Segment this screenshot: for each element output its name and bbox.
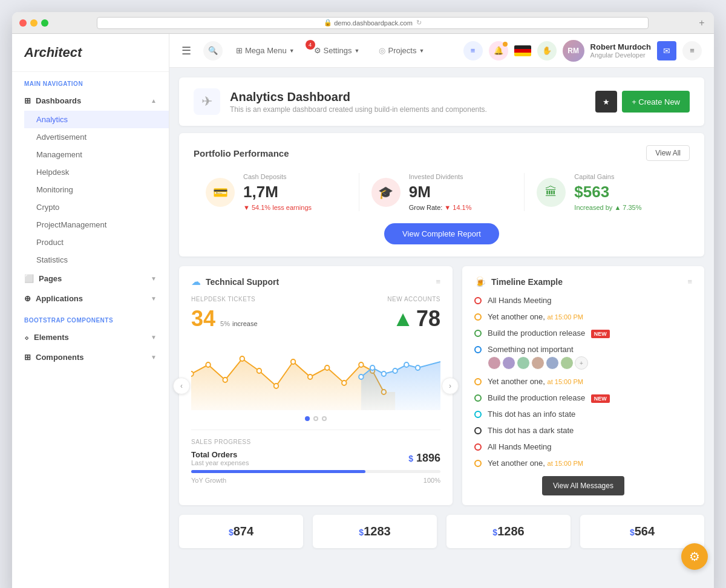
sidebar-item-statistics[interactable]: Statistics [24,251,169,269]
new-accounts-label: NEW ACCOUNTS [316,296,440,302]
url-bar[interactable]: 🔒 demo.dashboardpack.com ↻ [97,17,649,29]
slider-next-button[interactable]: › [442,377,459,394]
timeline-item: Build the production release NEW [474,328,692,338]
sidebar-item-dashboards[interactable]: ⊞ Dashboards ▲ [12,91,169,111]
sidebar-item-pages[interactable]: ⬜ Pages ▼ [12,269,169,289]
avatar-more-button[interactable]: + [575,356,588,370]
dashboards-children: Analytics Advertisement Management Helpd… [12,111,169,269]
settings-gear-button[interactable]: ⚙ [681,543,708,570]
carousel-dot-3[interactable] [322,416,327,421]
page-header-actions: ★ + Create New [595,91,690,113]
dashboard-icon: ⊞ [24,96,31,105]
carousel-dot-1[interactable] [305,416,310,421]
settings-icon: ⚙ [314,46,321,55]
capital-label: Capital Gains [574,173,641,180]
view-all-messages-button[interactable]: View All Messages [542,476,624,495]
sidebar-item-monitoring[interactable]: Monitoring [24,181,169,198]
carousel-dot-2[interactable] [313,416,318,421]
user-info[interactable]: Robert Murdoch Angular Developer [590,42,651,59]
airplane-icon: ✈ [201,94,212,109]
user-avatar[interactable]: RM [563,40,584,62]
sidebar-item-applications[interactable]: ⊕ Applications ▼ [12,289,169,309]
timeline-menu-icon[interactable]: ≡ [687,277,692,286]
up-arrow-icon: ▲ [392,306,414,332]
sidebar-item-projectmanagement[interactable]: ProjectManagement [24,216,169,234]
header: ☰ 🔍 ⊞ Mega Menu ▼ 4 ⚙ Settings ▼ [169,34,714,68]
gesture-button[interactable]: ✋ [537,41,557,60]
cash-icon: 💳 [206,178,235,207]
stat-value-3: $1286 [456,524,561,538]
timeline-item-content: Yet another one, at 15:00 PM [488,377,583,386]
timeline-item-content: Build the production release NEW [488,393,610,402]
timeline-icon: 🍺 [474,276,486,287]
invested-label: Invested Dividents [409,173,472,180]
menu-lines-button[interactable]: ≡ [463,41,483,60]
chart-dot [240,356,244,361]
avatar-1 [488,356,501,370]
window-controls [19,19,48,27]
logo-text: Architect [24,45,82,60]
stat-value-1: $874 [189,524,293,538]
sidebar-item-elements[interactable]: ⬦ Elements ▼ [12,327,169,347]
create-new-button[interactable]: + Create New [622,91,690,113]
minimize-button[interactable] [30,19,38,27]
sidebar-item-crypto[interactable]: Crypto [24,198,169,216]
projects-button[interactable]: ◎ Projects ▼ [373,42,430,59]
helpdesk-tickets: HELPDESK TICKETS 34 5% increase [191,296,316,332]
sidebar-item-components[interactable]: ⊞ Components ▼ [12,347,169,367]
timeline-item: Yet another one, at 15:00 PM [474,459,692,468]
page-icon: ✈ [194,88,220,115]
panels-row: ‹ ☁ Technical Support ≡ HELPDESK TICKETS [179,266,704,505]
settings-button[interactable]: 4 ⚙ Settings ▼ [308,42,366,59]
sidebar-item-analytics[interactable]: Analytics [24,111,169,128]
chart-dot [274,384,278,388]
timeline-item-content: All Hands Meeting [488,442,552,451]
timeline-item-content: Something not important [488,345,588,370]
support-menu-icon[interactable]: ≡ [436,277,440,286]
sidebar: Architect MAIN NAVIGATION ⊞ Dashboards ▲… [12,34,169,588]
portfolio-card: Portfolio Performance View All 💳 Cash De… [179,133,704,256]
bottom-stat-2: $1283 [313,515,437,548]
chart-dot [206,362,210,367]
timeline-item-content: Build the production release NEW [488,328,610,338]
capital-change: Increased by ▲ 7.35% [574,204,641,211]
tickets-number: 34 [191,306,215,332]
view-all-button[interactable]: View All [646,145,690,161]
search-button[interactable]: 🔍 [203,41,223,60]
mac-window: 🔒 demo.dashboardpack.com ↻ + Architect M… [12,12,714,588]
avatar-2 [502,356,515,370]
mega-menu-button[interactable]: ⊞ Mega Menu ▼ [230,42,301,59]
timeline-header: 🍺 Timeline Example ≡ [474,276,692,287]
sidebar-item-helpdesk[interactable]: Helpdesk [24,163,169,181]
search-icon: 🔍 [208,46,218,55]
dot-green [474,394,482,402]
stat-value-4: $564 [590,524,695,538]
view-report-button[interactable]: View Complete Report [384,223,499,244]
chat-button[interactable]: ✉ [657,41,676,60]
hamburger-icon[interactable]: ☰ [182,44,191,57]
chart-dot [308,374,312,379]
language-selector[interactable] [514,45,531,56]
chart-dot [359,362,363,367]
chart-dot-blue [359,374,363,379]
add-tab-button[interactable]: + [697,18,707,28]
sidebar-item-management[interactable]: Management [24,146,169,163]
tickets-increase: 5% increase [220,320,257,327]
sidebar-item-advertisement[interactable]: Advertisement [24,128,169,146]
sidebar-item-product[interactable]: Product [24,234,169,251]
chart-dot [257,368,261,373]
slider-prev-button[interactable]: ‹ [173,377,190,394]
more-menu-button[interactable]: ≡ [682,41,702,60]
timeline-item: Build the production release NEW [474,393,692,402]
bootstrap-label: BOOTSTRAP COMPONENTS [12,309,169,327]
cash-label: Cash Deposits [243,173,312,180]
maximize-button[interactable] [41,19,48,27]
technical-support-card: ‹ ☁ Technical Support ≡ HELPDESK TICKETS [179,266,453,505]
capital-icon: 🏛 [537,178,566,207]
close-button[interactable] [19,19,27,27]
projects-icon: ◎ [379,46,385,55]
star-button[interactable]: ★ [595,91,617,113]
more-icon: ≡ [690,46,695,55]
dot-yellow [474,378,482,385]
timeline-card-inner: 🍺 Timeline Example ≡ All Hands Meeting [462,266,704,505]
